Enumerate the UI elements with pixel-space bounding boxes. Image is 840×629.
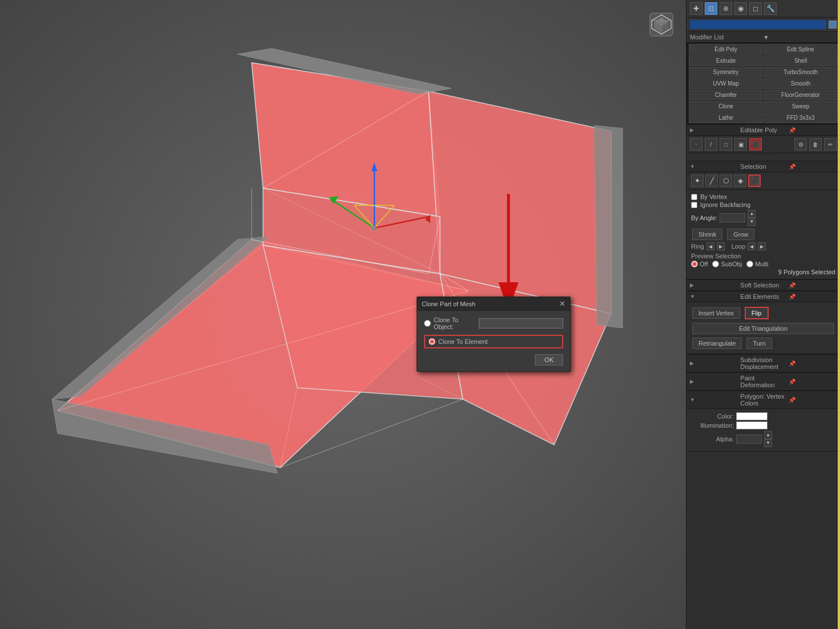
modifier-list-label: Modifier List — [690, 34, 764, 40]
preview-multi-radio[interactable] — [746, 261, 753, 267]
modifier-list-header[interactable]: Modifier List ▼ — [686, 32, 840, 43]
polygon-vertex-colors-pin-icon[interactable]: 📌 — [789, 397, 837, 403]
insert-vertex-button[interactable]: Insert Vertex — [692, 307, 740, 319]
alpha-spin-down[interactable]: ▼ — [764, 439, 772, 447]
by-angle-spin-up[interactable]: ▲ — [748, 210, 756, 218]
modifier-smooth[interactable]: Smooth — [764, 78, 838, 89]
modifier-sweep[interactable]: Sweep — [764, 101, 838, 112]
modifier-shell[interactable]: Shell — [764, 55, 838, 66]
color-swatch-input[interactable] — [736, 412, 768, 420]
subdivision-arrow: ▶ — [690, 360, 738, 366]
display-tab-btn[interactable]: ◻ — [749, 2, 762, 15]
subdivision-pin-icon[interactable]: 📌 — [789, 360, 837, 367]
modifier-turbosmooth[interactable]: TurboSmooth — [764, 67, 838, 78]
paint-deformation-pin-icon[interactable]: 📌 — [789, 379, 837, 385]
edit-triangulation-row: Edit Triangulation — [691, 322, 835, 335]
preview-off-opt[interactable]: Off — [691, 261, 708, 267]
modifier-floorgenerator[interactable]: FloorGenerator — [764, 90, 838, 100]
ring-next-btn[interactable]: ▶ — [717, 242, 725, 250]
svg-point-35 — [372, 226, 377, 230]
subobj-edge-btn[interactable]: / — [705, 138, 717, 151]
subobj-vertex-btn[interactable]: · — [690, 138, 702, 151]
clone-to-object-input[interactable]: Object001 — [479, 318, 563, 328]
motion-tab-btn[interactable]: ◉ — [734, 2, 747, 15]
sel-element-icon[interactable]: ⬛ — [748, 175, 761, 187]
editable-poly-pin-icon[interactable]: 📌 — [789, 127, 837, 133]
paint-deformation-header[interactable]: ▶ Paint Deformation 📌 — [686, 372, 840, 391]
modifier-symmetry[interactable]: Symmetry — [689, 67, 763, 78]
edit-elements-header[interactable]: ▼ Edit Elements 📌 — [686, 291, 840, 302]
modifier-lathe[interactable]: Lathe — [689, 112, 763, 123]
by-angle-input[interactable]: 45,0 — [720, 213, 745, 222]
by-angle-label: By Angle: — [691, 214, 717, 221]
soft-selection-pin-icon[interactable]: 📌 — [789, 282, 837, 289]
subobj-element-btn[interactable]: ⬛ — [749, 138, 762, 151]
color-label: Color: — [691, 413, 734, 420]
turn-button[interactable]: Turn — [746, 338, 772, 349]
modifier-chamfer[interactable]: Chamfer — [689, 90, 763, 100]
subdivision-displacement-header[interactable]: ▶ Subdivision Displacement 📌 — [686, 354, 840, 372]
utilities-tab-btn[interactable]: 🔧 — [764, 2, 777, 15]
subdivision-displacement-label: Subdivision Displacement — [740, 356, 788, 370]
flip-button[interactable]: Flip — [745, 307, 769, 319]
viewport[interactable] — [0, 0, 686, 629]
yellow-accent-line — [838, 0, 840, 629]
ok-button[interactable]: OK — [535, 354, 563, 366]
modify-tab-btn[interactable]: ⊡ — [705, 2, 717, 15]
sel-vertex-icon[interactable]: ✦ — [691, 175, 704, 187]
insert-vertex-flip-row: Insert Vertex Flip — [691, 306, 835, 320]
selection-pin-icon[interactable]: 📌 — [789, 164, 837, 170]
modifier-uvwmap[interactable]: UVW Map — [689, 78, 763, 89]
by-vertex-checkbox[interactable] — [691, 194, 697, 200]
alpha-input[interactable]: 100,0 — [736, 435, 762, 444]
object-color-swatch[interactable] — [829, 21, 837, 29]
polygon-vertex-colors-label: Polygon: Vertex Colors — [740, 393, 788, 407]
illumination-swatch-input[interactable] — [736, 421, 768, 429]
preview-subobj-opt[interactable]: SubObj — [712, 261, 742, 267]
loop-next-btn[interactable]: ▶ — [758, 242, 766, 250]
dialog-titlebar: Clone Part of Mesh ✕ — [417, 297, 570, 311]
preview-subobj-radio[interactable] — [712, 261, 719, 267]
object-name-input[interactable]: RoofGen_Geometry001 — [690, 20, 826, 29]
clone-to-element-radio[interactable] — [429, 338, 435, 345]
subobj-border-btn[interactable]: □ — [720, 138, 732, 151]
preview-multi-opt[interactable]: Multi — [746, 261, 768, 267]
preview-subobj-label: SubObj — [721, 261, 742, 267]
ignore-backfacing-checkbox[interactable] — [691, 202, 697, 208]
loop-prev-btn[interactable]: ◀ — [748, 242, 756, 250]
modifier-edit-spline[interactable]: Edit Spline — [764, 44, 838, 55]
dialog-close-button[interactable]: ✕ — [559, 300, 566, 307]
edit-triangulation-button[interactable]: Edit Triangulation — [692, 323, 834, 334]
modifier-extrude[interactable]: Extrude — [689, 55, 763, 66]
illumination-row: Illumination: — [691, 421, 835, 429]
sel-polygon-icon[interactable]: ◈ — [734, 175, 746, 187]
ring-prev-btn[interactable]: ◀ — [706, 242, 714, 250]
shrink-button[interactable]: Shrink — [692, 229, 722, 240]
modifier-clone[interactable]: Clone — [689, 101, 763, 112]
editable-poly-label: Editable Poly — [740, 127, 788, 133]
subobj-trash-btn[interactable]: 🗑 — [809, 138, 822, 151]
polygon-vertex-colors-header[interactable]: ▼ Polygon: Vertex Colors 📌 — [686, 391, 840, 409]
clone-to-object-radio[interactable] — [424, 320, 431, 327]
by-angle-spin-down[interactable]: ▼ — [748, 218, 756, 226]
subobj-polygon-btn[interactable]: ▣ — [734, 138, 747, 151]
subobj-edit-btn[interactable]: ✏ — [824, 138, 837, 151]
create-tab-btn[interactable]: ✚ — [690, 2, 702, 15]
modifier-ffd3x3x3[interactable]: FFD 3x3x3 — [764, 112, 838, 123]
sel-edge-icon[interactable]: ╱ — [705, 175, 718, 187]
subobj-settings-btn[interactable]: ⚙ — [794, 138, 807, 151]
hierarchy-tab-btn[interactable]: ⊕ — [720, 2, 732, 15]
sel-border-icon[interactable]: ⬡ — [720, 175, 732, 187]
alpha-spin-up[interactable]: ▲ — [764, 431, 772, 439]
selection-section-header[interactable]: ▼ Selection 📌 — [686, 161, 840, 172]
grow-button[interactable]: Grow — [727, 229, 754, 240]
paint-deformation-label: Paint Deformation — [740, 375, 788, 388]
edit-elements-pin-icon[interactable]: 📌 — [789, 294, 837, 300]
modifier-edit-poly[interactable]: Edit Poly — [689, 44, 763, 55]
soft-selection-header[interactable]: ▶ Soft Selection 📌 — [686, 279, 840, 291]
retriangulate-button[interactable]: Retriangulate — [692, 338, 742, 349]
by-angle-row: By Angle: 45,0 ▲ ▼ — [691, 210, 835, 226]
editable-poly-header[interactable]: ▶ Editable Poly 📌 — [686, 124, 840, 136]
preview-off-radio[interactable] — [691, 261, 698, 267]
editable-poly-arrow: ▶ — [690, 127, 738, 133]
